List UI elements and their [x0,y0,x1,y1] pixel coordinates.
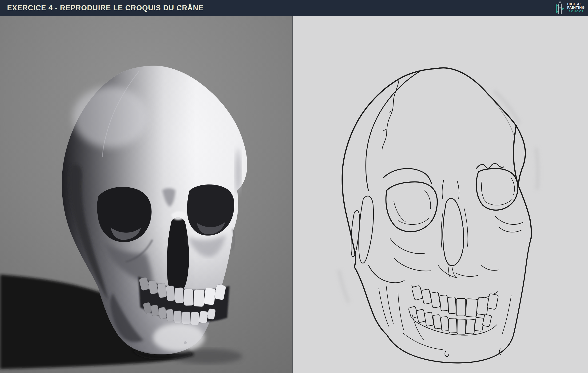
skull-sketch-panel [292,16,588,373]
chin-highlight [153,323,205,352]
skull-line-art [293,16,588,373]
content-panels [0,16,588,373]
skull-3d-render-panel [0,16,292,373]
brand-logo-text: DIGITAL PAINTING .SCHOOL [567,2,585,13]
pencil-play-icon [555,1,566,15]
logo-line-school: .SCHOOL [567,10,585,13]
page-title: EXERCICE 4 - REPRODUIRE LE CROQUIS DU CR… [0,4,203,12]
chin-dimple [184,341,187,344]
nasal-aperture [167,217,189,294]
dome-midtone [73,87,148,148]
skull-3d-render [0,16,292,373]
logo-line-digital: DIGITAL [567,2,585,6]
logo-line-painting: PAINTING [567,6,585,10]
brand-logo: DIGITAL PAINTING .SCHOOL [555,1,585,15]
header-bar: EXERCICE 4 - REPRODUIRE LE CROQUIS DU CR… [0,0,588,16]
exercise-slide: EXERCICE 4 - REPRODUIRE LE CROQUIS DU CR… [0,0,588,373]
